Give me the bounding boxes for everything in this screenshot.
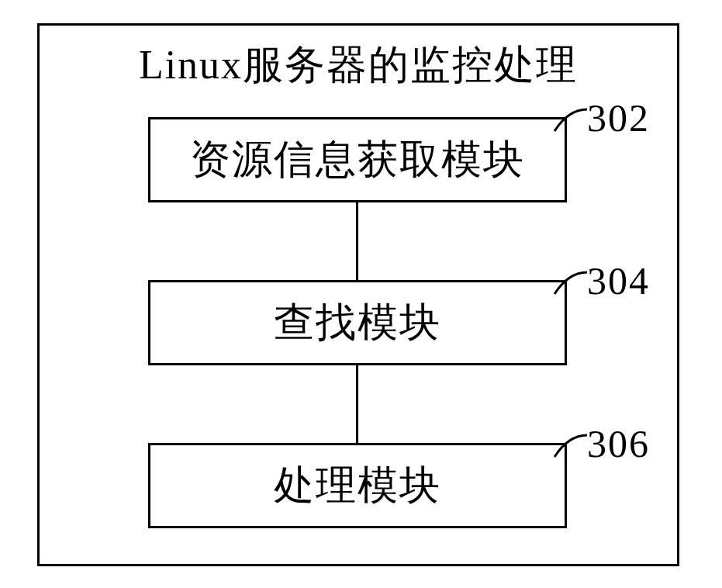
diagram-frame: Linux服务器的监控处理 资源信息获取模块 302 查找模块 304 处理模块… <box>37 23 679 566</box>
diagram-title: Linux服务器的监控处理 <box>40 38 677 92</box>
block-label: 处理模块 <box>274 458 441 513</box>
block-search: 查找模块 <box>148 280 567 365</box>
connector-line <box>356 365 358 443</box>
block-resource-info-acquisition: 资源信息获取模块 <box>148 117 567 202</box>
block-label: 查找模块 <box>274 296 441 350</box>
connector-line <box>356 202 358 280</box>
block-ref-number: 304 <box>587 258 650 303</box>
block-processing: 处理模块 <box>148 443 567 528</box>
block-label: 资源信息获取模块 <box>190 133 525 187</box>
block-ref-number: 306 <box>587 421 650 466</box>
block-ref-number: 302 <box>587 95 650 140</box>
